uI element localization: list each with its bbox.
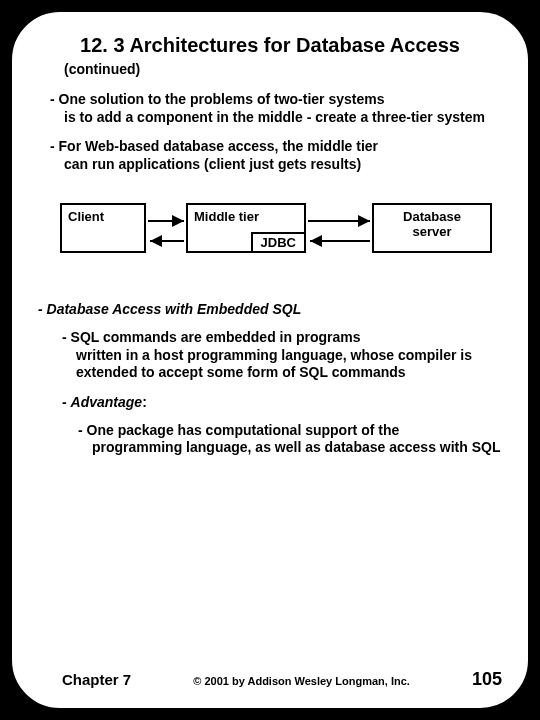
adv-colon: : [142,394,147,410]
adv-dash: - [62,394,71,410]
adv-word: Advantage [71,394,143,410]
footer-copyright: © 2001 by Addison Wesley Longman, Inc. [193,675,410,687]
slide-title: 12. 3 Architectures for Database Access [32,34,508,57]
advantage-label: - Advantage: [62,394,508,410]
para2-rest: can run applications (client just gets r… [50,156,508,174]
para1-rest: is to add a component in the middle - cr… [50,109,508,127]
sub-paragraph-1: - SQL commands are embedded in programs … [62,329,508,382]
slide-frame: 12. 3 Architectures for Database Access … [10,10,530,710]
sub-paragraph-2: - One package has computational support … [78,422,508,457]
architecture-diagram: Client Middle tier JDBC Database server [32,193,508,283]
section-embedded-sql: - Database Access with Embedded SQL [38,301,508,317]
para1-line1: - One solution to the problems of two-ti… [50,91,384,107]
sub1-rest: written in a host programming language, … [62,347,508,382]
footer-chapter: Chapter 7 [62,671,131,688]
paragraph-1: - One solution to the problems of two-ti… [50,91,508,126]
sub2-rest: programming language, as well as databas… [78,439,508,457]
footer-page-number: 105 [472,669,502,690]
paragraph-2: - For Web-based database access, the mid… [50,138,508,173]
sub1-line1: - SQL commands are embedded in programs [62,329,360,345]
sub2-line1: - One package has computational support … [78,422,399,438]
slide-footer: Chapter 7 © 2001 by Addison Wesley Longm… [32,669,508,690]
para2-line1: - For Web-based database access, the mid… [50,138,378,154]
slide-subtitle: (continued) [64,61,508,77]
diagram-arrows [32,193,508,283]
